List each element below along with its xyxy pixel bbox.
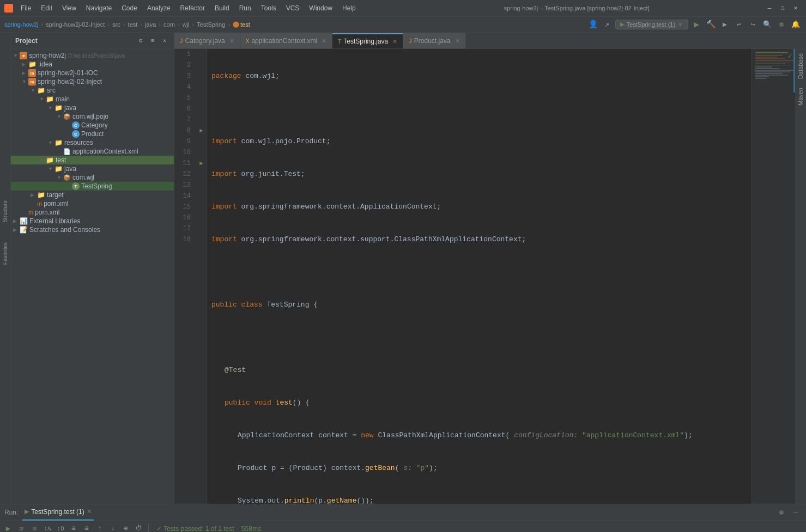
menu-edit[interactable]: Edit [37,3,57,13]
settings-button[interactable]: ⚙ [775,19,787,30]
tree-item-test-folder[interactable]: ▼ 📁 test [11,156,174,164]
tree-item-resources[interactable]: ▼ 📁 resources [11,138,174,147]
tab-testspring[interactable]: T TestSpring.java ✕ [332,33,403,48]
toolbar-sep [148,524,149,533]
menu-vcs[interactable]: VCS [282,3,304,13]
build-button[interactable]: 🔨 [705,19,717,30]
code-editor[interactable]: 1 2 3 4 5 6 7 8 9 10 11 12 13 14 15 16 1… [174,49,806,504]
tree-item-java-main[interactable]: ▼ 📁 java [11,103,174,112]
menu-file[interactable]: File [16,3,35,13]
project-close-icon[interactable]: ✕ [160,36,169,46]
run-button[interactable]: ▶ [690,19,702,30]
redo-button[interactable]: ↪ [747,19,759,30]
line-num-7: 7 [174,114,193,125]
menu-view[interactable]: View [58,3,81,13]
close-button[interactable]: ✕ [790,2,802,14]
run-tab-testspring[interactable]: ▶ TestSpring.test (1) ✕ [22,504,93,521]
update-icon[interactable]: 👤 [587,19,599,30]
coverage-button[interactable]: ▶ [719,19,731,30]
notification-bell[interactable]: 🔔 [790,19,802,30]
minimize-button[interactable]: — [763,2,775,14]
tab-close-icon[interactable]: ✕ [455,38,460,45]
gutter-run-11[interactable]: ▶ [196,158,207,169]
tree-item-testspring[interactable]: T TestSpring [11,182,174,191]
tree-item-extlibs[interactable]: ▶ 📊 External Libraries [11,217,174,225]
tab-appctx[interactable]: X applicationContext.xml ✕ [240,33,332,48]
prev-fail-button[interactable]: ↑ [94,523,106,533]
run-panel-settings[interactable]: ⚙ [775,506,787,518]
tree-item-product[interactable]: C Product [11,130,174,138]
rerun-button[interactable]: ▶ [2,523,14,533]
collapse-button[interactable]: ≡ [81,523,93,533]
search-everywhere[interactable]: 🔍 [761,19,773,30]
project-layout-icon[interactable]: ≡ [148,36,157,46]
folder-icon: 📁 [54,104,63,112]
uncheck-button[interactable]: ☒ [28,523,40,533]
menu-tools[interactable]: Tools [257,3,281,13]
tab-close-icon[interactable]: ✕ [322,38,326,45]
breadcrumb-module[interactable]: spring-how2j-02-Inject [46,21,105,28]
sort-dur-button[interactable]: ↕D [54,523,66,533]
bottom-panel: Run: ▶ TestSpring.test (1) ✕ ⚙ — ▶ ☑ ☒ ↕… [0,504,806,532]
tree-item-category[interactable]: C Category [11,121,174,130]
maven-tab[interactable]: Maven [794,83,806,110]
menu-run[interactable]: Run [235,3,256,13]
menu-build[interactable]: Build [210,3,234,13]
menu-window[interactable]: Window [305,3,337,13]
breadcrumb-class[interactable]: TestSpring [197,21,225,28]
breadcrumb-test[interactable]: test [128,21,138,28]
gutter-line-6 [196,103,207,114]
tree-item-pom-outer[interactable]: m pom.xml [11,208,174,217]
tree-item-scratches[interactable]: ▶ 📝 Scratches and Consoles [11,225,174,234]
tree-item-java-test[interactable]: ▼ 📁 java [11,164,174,173]
tree-item-comwjl[interactable]: ▼ 📦 com.wjl [11,173,174,182]
next-fail-button[interactable]: ↓ [107,523,119,533]
favorites-tab[interactable]: Favorites [1,238,10,269]
run-config-selector[interactable]: ▶ TestSpring.test (1) ▼ [615,20,688,29]
cursor-icon[interactable]: ↗ [601,19,613,30]
minimap-line [755,71,791,72]
minimap-line [755,66,772,68]
expand-button[interactable]: ≡ [68,523,80,533]
menu-navigate[interactable]: Navigate [82,3,116,13]
breadcrumb-project[interactable]: spring-how2j [4,21,38,28]
project-settings-icon[interactable]: ⚙ [136,36,146,46]
breadcrumb-src[interactable]: src [112,21,120,28]
tree-item-appctx[interactable]: 📄 applicationContext.xml [11,147,174,156]
menu-help[interactable]: Help [338,3,360,13]
database-tab[interactable]: Database [794,49,806,83]
tree-item-src[interactable]: ▼ 📁 src [11,86,174,95]
tab-close-icon[interactable]: ✕ [392,38,397,45]
run-tab-close[interactable]: ✕ [87,508,92,515]
tree-item-01[interactable]: ▶ m spring-how2j-01-IOC [11,69,174,77]
tree-item-02[interactable]: ▼ m spring-how2j-02-Inject [11,77,174,86]
maximize-button[interactable]: ❐ [777,2,789,14]
menu-analyze[interactable]: Analyze [143,3,175,13]
run-config-icon: ▶ [620,21,625,27]
sort-alpha-button[interactable]: ↕A [41,523,53,533]
tab-close-icon[interactable]: ✕ [229,38,234,45]
breadcrumb-java[interactable]: java [145,21,156,28]
tab-product[interactable]: J Product.java ✕ [403,33,465,48]
timer-button[interactable]: ⏱ [133,523,145,533]
tree-item-pojo[interactable]: ▼ 📦 com.wjl.pojo [11,112,174,121]
update-button[interactable]: ↩ [733,19,745,30]
breadcrumb-wjl[interactable]: wjl [183,21,190,28]
breadcrumb-method[interactable]: test [240,21,250,28]
import-button[interactable]: ⊕ [120,523,132,533]
tree-item-idea[interactable]: ▶ 📁 .idea [11,60,174,69]
gutter-run-8[interactable]: ▶ [196,125,207,136]
menu-refactor[interactable]: Refactor [176,3,209,13]
run-panel-close[interactable]: — [790,506,802,518]
tree-item-main[interactable]: ▼ 📁 main [11,95,174,103]
structure-tab[interactable]: Structure [1,196,10,227]
check-all-button[interactable]: ☑ [15,523,27,533]
code-content[interactable]: package com.wjl; import com.wjl.pojo.Pro… [207,49,752,504]
breadcrumb-com[interactable]: com [163,21,175,28]
tree-item-target[interactable]: ▶ 📁 target [11,191,174,199]
menu-code[interactable]: Code [117,3,142,13]
tab-category[interactable]: J Category.java ✕ [174,33,240,48]
tree-item-pom-inner[interactable]: m pom.xml [11,199,174,208]
tree-label: java [64,104,76,112]
tree-item-root[interactable]: ▼ m spring-how2j D:\wjl\IdeaProjects\jav… [11,51,174,60]
